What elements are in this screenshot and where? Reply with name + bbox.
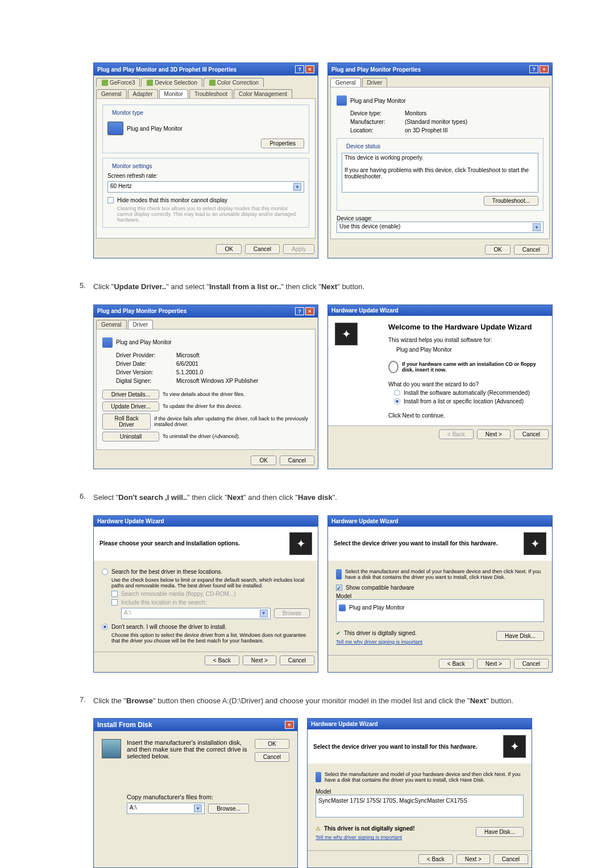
wizard-desc: Select the manufacturer and model of you… [345,569,544,580]
model-item[interactable]: SyncMaster 171S/ 175S/ 170S, MagicSyncMa… [318,798,521,804]
tab-general[interactable]: General [96,89,127,98]
update-desc: To update the driver for this device. [163,403,242,409]
wizard-device: Plug and Play Monitor [396,347,543,353]
close-icon[interactable]: × [305,65,314,73]
uninstall-button[interactable]: Uninstall [102,432,159,441]
tab-troubleshoot[interactable]: Troubleshoot [189,89,233,98]
next-button[interactable]: Next > [477,659,511,669]
cancel-button[interactable]: Cancel [514,245,549,254]
title: Install From Disk [97,721,152,729]
wizard-icon: ✦ [524,532,546,555]
refresh-rate-select[interactable]: 60 Hertz▼ [107,181,304,193]
path-select[interactable]: A:\▼ [127,803,205,814]
tab-monitor[interactable]: Monitor [159,89,188,98]
monitor-icon [337,95,347,106]
wizard-search-options: Hardware Update Wizard Please choose you… [93,515,318,673]
list-install-label: Install from a list or specific location… [404,398,524,404]
close-icon[interactable]: × [285,721,294,729]
hide-modes-checkbox[interactable] [107,197,114,203]
tab-color-management[interactable]: Color Management [234,89,292,98]
device-usage-select[interactable]: Use this device (enable)▼ [337,222,544,233]
close-icon[interactable]: × [305,307,314,315]
wizard-icon: ✦ [289,532,312,555]
help-icon[interactable]: ? [295,307,304,315]
manufacturer: (Standard monitor types) [405,119,467,125]
tab-adapter[interactable]: Adapter [128,89,158,98]
back-button[interactable]: < Back [205,656,239,665]
signing-link[interactable]: Tell me why driver signing is important [316,834,402,840]
have-disk-button[interactable]: Have Disk... [496,631,544,641]
tab-driver[interactable]: Driver [128,320,154,329]
next-button[interactable]: Next > [457,854,490,864]
back-button[interactable]: < Back [439,659,474,669]
search-best-radio[interactable] [102,569,108,575]
chevron-down-icon[interactable]: ▼ [533,223,541,231]
tab-color-correction[interactable]: 🟩 Color Correction [204,78,264,87]
back-button[interactable]: < Back [418,854,453,864]
list-install-radio[interactable] [394,398,400,404]
ok-button[interactable]: OK [216,244,241,254]
dont-search-radio[interactable] [102,624,108,630]
monitor-driver-properties-dialog: Plug and Play Monitor Properties ?× Gene… [93,304,318,469]
wizard-select-driver-unsigned: Hardware Update Wizard Select the device… [307,718,532,868]
step-5-text: Click "Update Driver.." and select "Inst… [93,281,591,293]
cancel-button[interactable]: Cancel [280,456,314,465]
chevron-down-icon[interactable]: ▼ [293,183,301,191]
cancel-button[interactable]: Cancel [493,854,528,864]
titlebar: Plug and Play Monitor and 3D Prophet III… [94,63,318,76]
tab-device-selection[interactable]: 🟩 Device Selection [141,78,202,87]
ok-button[interactable]: OK [255,739,289,749]
driver-date-label: Driver Date: [116,361,173,367]
model-list[interactable]: SyncMaster 171S/ 175S/ 170S, MagicSyncMa… [316,795,524,817]
tab-general[interactable]: General [330,78,361,87]
ok-button[interactable]: OK [251,456,276,465]
cd-hint: If your hardware came with an installati… [402,361,543,373]
title: Hardware Update Wizard [331,307,399,314]
roll-back-button[interactable]: Roll Back Driver [102,414,151,429]
uninstall-desc: To uninstall the driver (Advanced). [163,433,240,439]
cancel-button[interactable]: Cancel [514,429,549,439]
location: on 3D Prophet III [405,127,448,133]
help-icon[interactable]: ? [295,65,304,73]
cancel-button[interactable]: Cancel [514,659,549,669]
driver-date: 6/6/2001 [176,361,198,367]
update-driver-button[interactable]: Update Driver... [102,402,159,411]
driver-details-button[interactable]: Driver Details... [102,390,159,399]
not-signed-text: This driver is not digitally signed! [324,825,414,832]
tab-geforce3[interactable]: 🟩 GeForce3 [96,78,140,87]
monitor-item-icon [339,604,346,611]
model-item[interactable]: Plug and Play Monitor [349,604,405,611]
close-icon[interactable]: × [540,65,549,73]
cancel-button[interactable]: Cancel [255,752,289,762]
show-compatible-check[interactable]: ✓ [336,585,342,591]
model-label: Model [336,593,544,599]
tab-row1: 🟩 GeForce3 🟩 Device Selection 🟩 Color Co… [94,76,318,87]
device-status-label: Device status [344,143,383,149]
provider: Microsoft [176,352,200,358]
cancel-button[interactable]: Cancel [280,656,314,665]
properties-button[interactable]: Properties [261,139,304,148]
have-disk-button[interactable]: Have Disk... [476,827,524,837]
signing-link[interactable]: Tell me why driver signing is important [336,639,422,645]
signed-text: This driver is digitally signed. [344,630,417,636]
next-button[interactable]: Next > [243,656,276,665]
cancel-button[interactable]: Cancel [245,244,280,254]
driver-version-label: Driver Version: [116,369,173,375]
tab-driver[interactable]: Driver [362,78,388,87]
step-5-number: 5. [80,281,93,293]
next-button[interactable]: Next > [477,429,511,439]
auto-install-radio[interactable] [394,390,400,396]
back-button: < Back [439,429,474,439]
chevron-down-icon[interactable]: ▼ [194,804,202,812]
help-icon[interactable]: ? [529,65,538,73]
wizard-icon: ✦ [503,735,526,758]
wizard-desc: Select the manufacturer and model of you… [325,771,524,783]
model-list[interactable]: Plug and Play Monitor [336,599,544,622]
ok-button[interactable]: OK [485,245,510,254]
wizard-select-driver-compatible: Hardware Update Wizard Select the device… [327,515,553,673]
tab-general[interactable]: General [96,320,127,329]
provider-label: Driver Provider: [116,352,173,358]
troubleshoot-button[interactable]: Troubleshoot... [484,196,538,206]
search-best-label: Search for the best driver in these loca… [111,569,222,575]
browse-button[interactable]: Browse... [208,804,249,813]
